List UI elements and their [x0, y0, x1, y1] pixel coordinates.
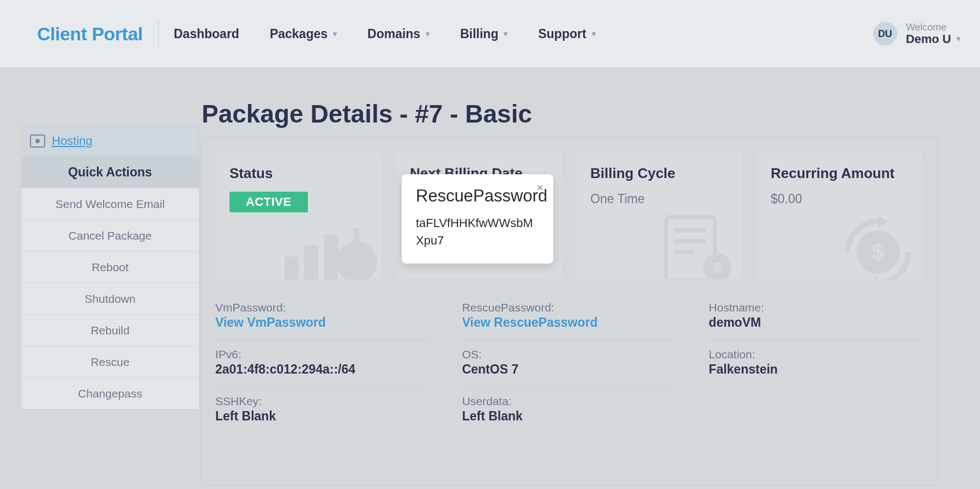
quick-action-cancel-package[interactable]: Cancel Package — [21, 219, 199, 251]
detail-rescuepassword: RescuePassword: View RescuePassword — [462, 294, 676, 340]
detail-sshkey: SSHKey: Left Blank — [215, 387, 429, 433]
nav-dashboard-label: Dashboard — [174, 27, 239, 41]
detail-rescuepassword-label: RescuePassword: — [462, 301, 676, 314]
card-recurring-title: Recurring Amount — [771, 165, 909, 182]
nav-billing-label: Billing — [460, 27, 498, 41]
detail-hostname-label: Hostname: — [709, 301, 923, 314]
sidebar-tab-hosting-label: Hosting — [52, 134, 93, 148]
page-title: Package Details - #7 - Basic — [202, 99, 532, 129]
detail-ipv6-value: 2a01:4f8:c012:294a::/64 — [215, 362, 429, 377]
detail-location-label: Location: — [709, 348, 923, 361]
card-billing-cycle-value: One Time — [590, 192, 728, 206]
chart-icon — [279, 223, 377, 279]
chevron-down-icon: ▾ — [333, 29, 337, 38]
detail-userdata: Userdata: Left Blank — [462, 387, 676, 433]
svg-marker-13 — [878, 215, 888, 228]
svg-rect-0 — [285, 256, 299, 279]
details-grid: VmPassword: View VmPassword RescuePasswo… — [215, 294, 923, 433]
user-menu[interactable]: DU Welcome Demo U ▾ — [873, 22, 960, 46]
detail-ipv6-label: IPv6: — [215, 348, 429, 361]
invoice-icon: $ — [656, 212, 738, 279]
brand-logo[interactable]: Client Portal — [37, 23, 143, 45]
detail-sshkey-value: Left Blank — [215, 409, 429, 424]
main-nav: Dashboard Packages ▾ Domains ▾ Billing ▾… — [174, 27, 596, 41]
status-badge: ACTIVE — [229, 192, 308, 212]
card-billing-cycle: Billing Cycle One Time $ — [576, 151, 742, 279]
welcome-text: Welcome — [906, 22, 960, 33]
nav-dashboard[interactable]: Dashboard — [174, 27, 239, 41]
recurring-icon: $ — [831, 212, 918, 279]
detail-os-value: CentOS 7 — [462, 362, 676, 377]
detail-ipv6: IPv6: 2a01:4f8:c012:294a::/64 — [215, 340, 429, 387]
nav-packages[interactable]: Packages ▾ — [270, 27, 337, 41]
quick-actions-panel: Quick Actions Send Welcome Email Cancel … — [21, 156, 199, 409]
card-billing-cycle-title: Billing Cycle — [590, 165, 728, 182]
nav-domains[interactable]: Domains ▾ — [367, 27, 429, 41]
chevron-down-icon: ▾ — [504, 29, 507, 38]
quick-action-rebuild[interactable]: Rebuild — [21, 314, 199, 346]
package-details-panel: Status ACTIVE Next Billing Date Billing … — [201, 136, 937, 486]
detail-sshkey-label: SSHKey: — [215, 395, 429, 408]
eye-icon — [30, 135, 45, 148]
detail-userdata-value: Left Blank — [462, 409, 676, 424]
nav-support-label: Support — [538, 27, 586, 41]
svg-rect-4 — [353, 228, 360, 243]
detail-os-label: OS: — [462, 348, 676, 361]
view-vmpassword-link[interactable]: View VmPassword — [215, 315, 429, 330]
card-recurring-value: $0.00 — [771, 192, 909, 206]
detail-location: Location: Falkenstein — [709, 340, 923, 387]
quick-action-changepass[interactable]: Changepass — [21, 377, 199, 409]
user-col: Welcome Demo U ▾ — [906, 22, 960, 45]
rescuepassword-popover: × RescuePassword taFLVfHHKfwWWsbMXpu7 — [402, 174, 553, 264]
header-bar: Client Portal Dashboard Packages ▾ Domai… — [0, 0, 980, 68]
detail-vmpassword: VmPassword: View VmPassword — [215, 294, 429, 340]
detail-location-value: Falkenstein — [709, 362, 923, 377]
header-divider — [158, 20, 159, 48]
user-name: Demo U — [906, 33, 951, 45]
detail-vmpassword-label: VmPassword: — [215, 301, 429, 314]
svg-rect-1 — [304, 246, 318, 279]
quick-action-reboot[interactable]: Reboot — [21, 251, 199, 283]
quick-action-shutdown[interactable]: Shutdown — [21, 283, 199, 314]
nav-billing[interactable]: Billing ▾ — [460, 27, 507, 41]
avatar: DU — [873, 22, 897, 46]
page-body: Package Details - #7 - Basic Hosting Qui… — [0, 68, 980, 489]
svg-point-3 — [336, 241, 377, 279]
detail-hostname-value: demoVM — [709, 315, 923, 330]
detail-hostname: Hostname: demoVM — [709, 294, 923, 340]
card-recurring-amount: Recurring Amount $0.00 $ — [757, 151, 923, 279]
chevron-down-icon: ▾ — [426, 29, 429, 38]
sidebar-tab-hosting[interactable]: Hosting — [21, 125, 199, 156]
detail-userdata-label: Userdata: — [462, 395, 676, 408]
view-rescuepassword-link[interactable]: View RescuePassword — [462, 315, 676, 330]
chevron-down-icon: ▾ — [957, 35, 960, 43]
svg-marker-14 — [868, 276, 878, 279]
nav-domains-label: Domains — [367, 27, 420, 41]
quick-action-send-welcome-email[interactable]: Send Welcome Email — [21, 188, 199, 219]
svg-text:$: $ — [713, 259, 722, 276]
chevron-down-icon: ▾ — [592, 29, 596, 38]
detail-os: OS: CentOS 7 — [462, 340, 676, 387]
card-status: Status ACTIVE — [215, 151, 382, 279]
svg-rect-2 — [324, 235, 338, 279]
popover-title: RescuePassword — [416, 186, 539, 206]
quick-actions-header: Quick Actions — [21, 156, 199, 188]
svg-text:$: $ — [872, 240, 884, 264]
nav-packages-label: Packages — [270, 27, 328, 41]
card-status-title: Status — [229, 165, 367, 182]
close-icon[interactable]: × — [536, 182, 543, 194]
quick-action-rescue[interactable]: Rescue — [21, 346, 199, 377]
summary-cards: Status ACTIVE Next Billing Date Billing … — [215, 151, 923, 279]
popover-body: taFLVfHHKfwWWsbMXpu7 — [416, 215, 539, 249]
nav-support[interactable]: Support ▾ — [538, 27, 595, 41]
